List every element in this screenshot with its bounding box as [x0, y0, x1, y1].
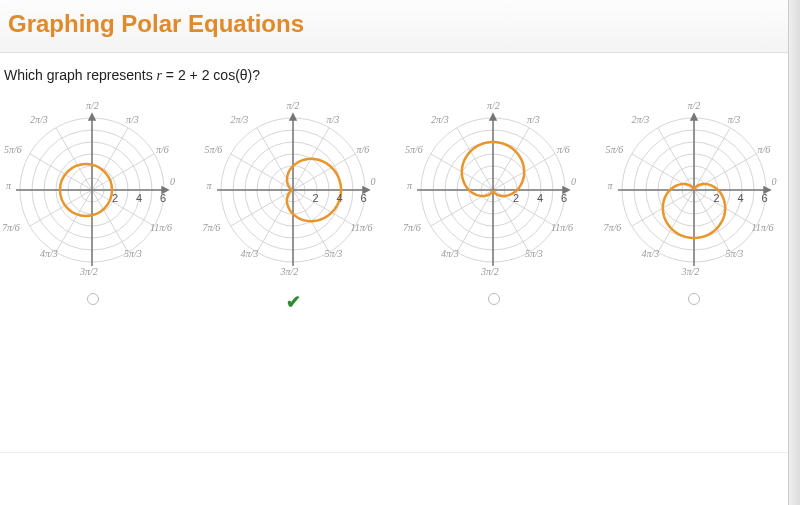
page-title: Graphing Polar Equations — [8, 10, 792, 38]
angle-label: 11π/6 — [351, 222, 373, 233]
angle-label: 7π/6 — [203, 222, 221, 233]
check-icon: ✔ — [286, 291, 301, 313]
option-d[interactable]: π/2 π/3 π/6 0 11π/6 5π/3 3π/2 4π/3 7π/6 … — [602, 98, 801, 313]
radial-label: 4 — [738, 192, 744, 204]
angle-label: 11π/6 — [551, 222, 573, 233]
section-divider — [0, 452, 788, 453]
angle-label: 2π/3 — [632, 114, 650, 125]
angle-label: 2π/3 — [431, 114, 449, 125]
radial-label: 4 — [337, 192, 343, 204]
angle-label: π — [207, 180, 212, 191]
angle-label: 0 — [571, 176, 576, 187]
angle-label: 0 — [371, 176, 376, 187]
angle-label: π/3 — [728, 114, 741, 125]
angle-label: π/3 — [527, 114, 540, 125]
angle-label: 4π/3 — [40, 248, 58, 259]
radial-label: 6 — [561, 192, 567, 204]
radial-label: 6 — [762, 192, 768, 204]
radial-label: 2 — [313, 192, 319, 204]
angle-label: π/3 — [327, 114, 340, 125]
angle-label: π — [6, 180, 11, 191]
polar-graph-c: π/2 π/3 π/6 0 11π/6 5π/3 3π/2 4π/3 7π/6 … — [401, 98, 586, 283]
radial-label: 2 — [112, 192, 118, 204]
svg-marker-15 — [89, 114, 95, 120]
radial-label: 6 — [361, 192, 367, 204]
question-text: Which graph represents r = 2 + 2 cos(θ)? — [0, 53, 800, 94]
angle-label: 5π/6 — [4, 144, 22, 155]
angle-label: 2π/3 — [231, 114, 249, 125]
angle-label: π/2 — [86, 100, 99, 111]
angle-label: 11π/6 — [752, 222, 774, 233]
angle-label: 5π/3 — [124, 248, 142, 259]
polar-graph-b: π/2 π/3 π/6 0 11π/6 5π/3 3π/2 4π/3 7π/6 … — [201, 98, 386, 283]
title-bar: Graphing Polar Equations — [0, 0, 800, 53]
question-prefix: Which graph represents — [4, 67, 157, 83]
angle-label: 3π/2 — [281, 266, 299, 277]
angle-label: π/2 — [487, 100, 500, 111]
svg-marker-31 — [290, 114, 296, 120]
angle-label: 3π/2 — [481, 266, 499, 277]
radio-d[interactable] — [602, 291, 787, 309]
angle-label: 2π/3 — [30, 114, 48, 125]
angle-label: 5π/6 — [205, 144, 223, 155]
radial-label: 2 — [714, 192, 720, 204]
radio-icon — [688, 293, 700, 305]
angle-label: 4π/3 — [642, 248, 660, 259]
angle-label: π — [407, 180, 412, 191]
angle-label: 7π/6 — [403, 222, 421, 233]
options-row: π/2 π/3 π/6 0 11π/6 5π/3 3π/2 4π/3 7π/6 … — [0, 94, 800, 313]
angle-label: π/6 — [758, 144, 771, 155]
angle-label: 5π/3 — [525, 248, 543, 259]
angle-label: π/6 — [557, 144, 570, 155]
angle-label: π/6 — [156, 144, 169, 155]
svg-marker-63 — [691, 114, 697, 120]
angle-label: 11π/6 — [150, 222, 172, 233]
angle-label: π — [608, 180, 613, 191]
angle-label: 3π/2 — [80, 266, 98, 277]
radial-label: 6 — [160, 192, 166, 204]
radio-b-correct[interactable]: ✔ — [201, 291, 386, 313]
angle-label: 5π/6 — [405, 144, 423, 155]
radial-label: 4 — [537, 192, 543, 204]
angle-label: 0 — [772, 176, 777, 187]
angle-label: π/3 — [126, 114, 139, 125]
question-equation: = 2 + 2 cos(θ)? — [162, 67, 260, 83]
radial-label: 2 — [513, 192, 519, 204]
radio-icon — [87, 293, 99, 305]
angle-label: 5π/3 — [325, 248, 343, 259]
radio-c[interactable] — [401, 291, 586, 309]
angle-label: 5π/3 — [726, 248, 744, 259]
angle-label: π/6 — [357, 144, 370, 155]
angle-label: 0 — [170, 176, 175, 187]
polar-graph-d: π/2 π/3 π/6 0 11π/6 5π/3 3π/2 4π/3 7π/6 … — [602, 98, 787, 283]
angle-label: 7π/6 — [604, 222, 622, 233]
radial-label: 4 — [136, 192, 142, 204]
scrollbar[interactable] — [788, 0, 800, 505]
angle-label: 5π/6 — [606, 144, 624, 155]
option-b[interactable]: π/2 π/3 π/6 0 11π/6 5π/3 3π/2 4π/3 7π/6 … — [201, 98, 400, 313]
option-c[interactable]: π/2 π/3 π/6 0 11π/6 5π/3 3π/2 4π/3 7π/6 … — [401, 98, 600, 313]
angle-label: π/2 — [287, 100, 300, 111]
polar-graph-a: π/2 π/3 π/6 0 11π/6 5π/3 3π/2 4π/3 7π/6 … — [0, 98, 185, 283]
option-a[interactable]: π/2 π/3 π/6 0 11π/6 5π/3 3π/2 4π/3 7π/6 … — [0, 98, 199, 313]
radio-icon — [488, 293, 500, 305]
angle-label: 7π/6 — [2, 222, 20, 233]
radio-a[interactable] — [0, 291, 185, 309]
angle-label: 3π/2 — [682, 266, 700, 277]
angle-label: π/2 — [688, 100, 701, 111]
angle-label: 4π/3 — [241, 248, 259, 259]
angle-label: 4π/3 — [441, 248, 459, 259]
svg-marker-47 — [490, 114, 496, 120]
